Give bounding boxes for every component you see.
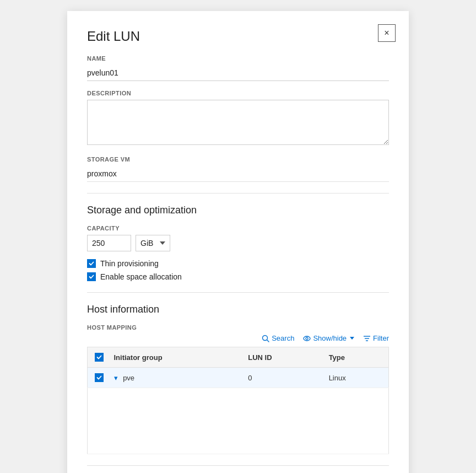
section-divider-2 bbox=[87, 292, 389, 293]
footer-bar: Save Cancel A Save to Ansible playbook bbox=[87, 465, 389, 473]
filter-label: Filter bbox=[373, 334, 389, 342]
th-checkbox bbox=[88, 347, 107, 368]
table-toolbar: Search Show/hide Filter bbox=[87, 334, 389, 342]
host-information-section: Host information HOST MAPPING Search Sho… bbox=[87, 304, 389, 454]
th-type-label: Type bbox=[329, 353, 345, 362]
space-allocation-checkbox[interactable] bbox=[87, 272, 96, 281]
thin-provisioning-checkbox[interactable] bbox=[87, 259, 96, 268]
thin-provisioning-row: Thin provisioning bbox=[87, 259, 389, 268]
show-hide-label: Show/hide bbox=[313, 334, 347, 342]
description-field-group: DESCRIPTION bbox=[87, 90, 389, 147]
name-input[interactable] bbox=[87, 65, 389, 81]
description-label: DESCRIPTION bbox=[87, 90, 389, 96]
filter-button[interactable]: Filter bbox=[363, 334, 389, 342]
thin-provisioning-label: Thin provisioning bbox=[100, 259, 159, 268]
checkmark-icon-2 bbox=[89, 274, 94, 280]
description-input[interactable] bbox=[87, 100, 389, 145]
section-divider bbox=[87, 193, 389, 194]
search-label: Search bbox=[272, 334, 294, 342]
name-field-group: NAME bbox=[87, 55, 389, 81]
close-icon: × bbox=[384, 28, 389, 38]
modal-title: Edit LUN bbox=[87, 29, 389, 44]
table-header-row: Initiator group LUN ID Type bbox=[88, 347, 389, 368]
storage-vm-label: STORAGE VM bbox=[87, 156, 389, 163]
th-type: Type bbox=[322, 347, 389, 368]
host-section-title: Host information bbox=[87, 304, 389, 315]
storage-optimization-section: Storage and optimization CAPACITY MiB Gi… bbox=[87, 205, 389, 281]
select-all-checkmark bbox=[96, 354, 102, 360]
filter-icon bbox=[363, 335, 371, 342]
close-button[interactable]: × bbox=[378, 24, 396, 42]
capacity-row: MiB GiB TiB bbox=[87, 235, 389, 251]
th-initiator-group-label: Initiator group bbox=[114, 353, 163, 362]
storage-vm-field-group: STORAGE VM proxmox bbox=[87, 156, 389, 182]
unit-select[interactable]: MiB GiB TiB bbox=[136, 235, 170, 251]
storage-vm-value: proxmox bbox=[87, 166, 389, 182]
th-lun-id-label: LUN ID bbox=[248, 353, 272, 362]
show-hide-button[interactable]: Show/hide bbox=[303, 334, 354, 342]
td-type: Linux bbox=[322, 368, 389, 388]
host-mapping-table: Initiator group LUN ID Type bbox=[87, 347, 389, 454]
lun-id-value: 0 bbox=[248, 374, 252, 382]
space-allocation-label: Enable space allocation bbox=[100, 272, 182, 281]
capacity-label: CAPACITY bbox=[87, 225, 389, 232]
name-label: NAME bbox=[87, 55, 389, 62]
search-icon bbox=[262, 335, 269, 342]
storage-section-title: Storage and optimization bbox=[87, 205, 389, 216]
row-checkbox[interactable] bbox=[95, 373, 104, 382]
svg-point-2 bbox=[304, 336, 310, 341]
select-all-checkbox[interactable] bbox=[95, 353, 104, 362]
th-initiator-group: Initiator group bbox=[107, 347, 242, 368]
eye-icon bbox=[303, 335, 311, 342]
td-initiator-group: ▾ pve bbox=[107, 368, 242, 388]
type-value: Linux bbox=[329, 374, 346, 382]
th-lun-id: LUN ID bbox=[241, 347, 322, 368]
svg-line-1 bbox=[267, 340, 269, 342]
td-row-checkbox bbox=[88, 368, 107, 388]
td-lun-id: 0 bbox=[241, 368, 322, 388]
row-checkmark bbox=[96, 375, 102, 380]
edit-lun-modal: Edit LUN × NAME DESCRIPTION STORAGE VM p… bbox=[67, 11, 409, 473]
capacity-input[interactable] bbox=[87, 235, 131, 251]
search-button[interactable]: Search bbox=[262, 334, 294, 342]
row-expand-icon[interactable]: ▾ bbox=[114, 374, 118, 382]
empty-cell bbox=[88, 388, 389, 454]
table-empty-row bbox=[88, 388, 389, 454]
initiator-group-value: pve bbox=[123, 374, 134, 382]
svg-point-3 bbox=[306, 337, 308, 340]
host-mapping-label: HOST MAPPING bbox=[87, 324, 389, 331]
chevron-down-icon bbox=[350, 337, 354, 340]
space-allocation-row: Enable space allocation bbox=[87, 272, 389, 281]
checkmark-icon bbox=[89, 261, 94, 266]
table-row: ▾ pve 0 Linux bbox=[88, 368, 389, 388]
